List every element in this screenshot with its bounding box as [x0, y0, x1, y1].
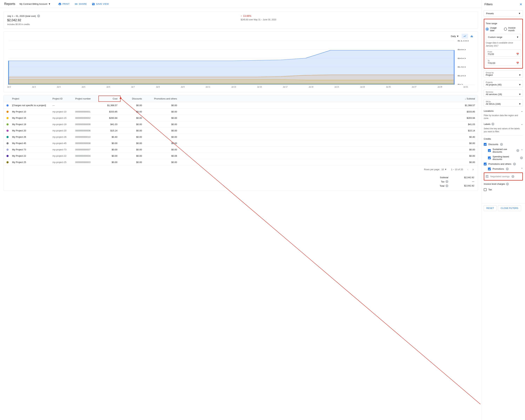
- svg-text:$100: $100: [457, 40, 469, 42]
- caret-down-icon: ▼: [519, 74, 521, 76]
- promotions-checkbox[interactable]: Promotions?⌃: [488, 167, 523, 171]
- line-chart-toggle[interactable]: [462, 34, 468, 39]
- tax-checkbox[interactable]: Tax: [484, 187, 523, 192]
- locations-expand[interactable]: Locations ⌄: [484, 109, 523, 113]
- bar-chart-toggle[interactable]: [469, 34, 475, 39]
- help-icon[interactable]: ?: [512, 175, 514, 178]
- help-icon[interactable]: ?: [37, 15, 40, 17]
- page-title: Reports: [4, 2, 15, 6]
- line-chart-icon: [463, 35, 466, 38]
- spending-based-checkbox[interactable]: Spending based discounts?: [488, 154, 523, 162]
- table-row[interactable]: My Project 15 my-project-15 000000000002…: [4, 115, 478, 121]
- summary-range: July 1 – 31, 2020 (total cost): [7, 15, 36, 17]
- save-view-button[interactable]: SAVE VIEW: [92, 2, 109, 6]
- to-date-field[interactable]: To 7/31/20📅: [486, 58, 521, 65]
- topbar: Reports My Contract Billing Account ▼ PR…: [0, 0, 481, 8]
- color-dot: [7, 161, 9, 163]
- color-dot: [7, 155, 9, 157]
- bar-chart-icon: [470, 35, 473, 38]
- invoice-month-radio[interactable]: Invoice month: [504, 27, 521, 32]
- account-dropdown[interactable]: My Contract Billing Account ▼: [19, 3, 51, 5]
- projects-select[interactable]: Projects All projects (40)▼: [484, 80, 523, 87]
- color-dot: [7, 117, 9, 119]
- granularity-dropdown[interactable]: Daily ▼: [451, 35, 459, 37]
- table-row[interactable]: My Project 73 my-project-73 000000000007…: [4, 147, 478, 153]
- credits-title: Credits: [484, 138, 523, 140]
- col-cost[interactable]: Cost: [100, 97, 121, 100]
- table-row[interactable]: My Project 10 my-project-10 000000000001…: [4, 109, 478, 115]
- services-select[interactable]: Services All services (16)▼: [484, 90, 523, 97]
- table-row[interactable]: [Charges not specific to a project] — $1…: [4, 102, 478, 109]
- next-page-button[interactable]: ›: [473, 168, 474, 171]
- col-subtotal[interactable]: ↓ Subtotal: [177, 97, 475, 100]
- chart-area: $0$20$40$60$80$100: [7, 39, 475, 85]
- labels-expand[interactable]: Labels? ⌄: [484, 122, 523, 126]
- color-dot: [7, 149, 9, 151]
- col-discounts[interactable]: Discounts: [121, 97, 142, 100]
- arrow-up-icon: ↑: [241, 15, 242, 17]
- share-button[interactable]: SHARE: [75, 2, 87, 6]
- trend-row: ↑ 13.66%: [241, 15, 474, 17]
- close-filters-icon[interactable]: ✕: [520, 2, 522, 6]
- page-range: 1 – 10 of 20: [451, 168, 463, 171]
- table-row[interactable]: My Project 45 my-project-45 000000000008…: [4, 140, 478, 147]
- table-row[interactable]: My Project 22 my-project-22 000000000004…: [4, 153, 478, 159]
- rows-per-page-label: Rows per page:: [424, 168, 440, 171]
- reset-button[interactable]: RESET: [484, 205, 497, 211]
- svg-text:$0: $0: [457, 84, 463, 85]
- help-icon[interactable]: ?: [506, 168, 509, 170]
- negotiated-savings-highlight: Negotiated savings?: [484, 172, 523, 180]
- usage-note: Usage data is available since January 20…: [486, 41, 521, 47]
- usage-date-radio[interactable]: Usage date: [486, 27, 500, 32]
- help-icon[interactable]: ?: [446, 184, 448, 187]
- help-icon[interactable]: ?: [520, 157, 523, 159]
- table-row[interactable]: My Project 26 my-project-26 000000000010…: [4, 134, 478, 140]
- chevron-up-icon[interactable]: ⌃: [521, 168, 523, 170]
- from-date-field[interactable]: From 7/1/20📅: [486, 49, 521, 57]
- col-project[interactable]: Project: [12, 97, 52, 100]
- invoice-level-charges-title: Invoice level charges?: [484, 183, 523, 186]
- color-dot: [7, 123, 9, 125]
- print-button[interactable]: PRINT: [58, 2, 70, 6]
- calendar-icon: 📅: [516, 53, 519, 56]
- sustained-use-checkbox[interactable]: Sustained use discounts?⌃: [488, 147, 523, 154]
- color-dot: [7, 111, 9, 113]
- rows-per-page-select[interactable]: 10 ▼: [441, 168, 447, 171]
- col-promotions[interactable]: Promotions and others: [142, 97, 177, 100]
- col-project-id[interactable]: Project ID: [52, 97, 75, 100]
- svg-text:$40: $40: [457, 66, 466, 68]
- table-row[interactable]: My Project 19 my-project-19 000000000009…: [4, 121, 478, 128]
- color-dot: [7, 104, 9, 106]
- totals-block: Subtotal$2,042.92 Tax?— Total?$2,042.92: [4, 173, 478, 191]
- presets-select[interactable]: Presets▼: [484, 10, 523, 17]
- svg-text:$60: $60: [457, 57, 466, 59]
- color-dot: [7, 136, 9, 138]
- skus-select[interactable]: SKUs All SKUs (194)▼: [484, 99, 523, 106]
- help-icon[interactable]: ?: [513, 163, 516, 165]
- discounts-checkbox[interactable]: Discounts?: [484, 142, 523, 147]
- svg-rect-1: [472, 36, 472, 37]
- help-icon[interactable]: ?: [506, 183, 509, 186]
- group-by-select[interactable]: Group by Project▼: [484, 70, 523, 77]
- help-icon[interactable]: ?: [516, 149, 519, 152]
- help-icon[interactable]: ?: [500, 143, 503, 146]
- sort-desc-icon: ↓: [465, 97, 466, 100]
- color-dot: [7, 130, 9, 132]
- prev-page-button[interactable]: ‹: [467, 168, 468, 171]
- col-project-number[interactable]: Project number: [75, 97, 100, 100]
- table-row[interactable]: My Project 20 my-project-20 000000000006…: [4, 128, 478, 134]
- promotions-others-checkbox[interactable]: Promotions and others?: [484, 162, 523, 167]
- calendar-icon: 📅: [516, 62, 519, 64]
- help-icon[interactable]: ?: [491, 123, 494, 125]
- time-range-highlight: Time range Usage date Invoice month Cust…: [484, 19, 523, 69]
- chevron-up-icon[interactable]: ⌃: [521, 149, 523, 152]
- table-pager: Rows per page: 10 ▼ 1 – 10 of 20 ‹ ›: [4, 165, 478, 173]
- svg-rect-2: [472, 36, 473, 37]
- color-dot: [7, 142, 9, 144]
- filters-title: Filters: [485, 3, 493, 6]
- caret-down-icon: ▼: [516, 36, 519, 38]
- help-icon[interactable]: ?: [446, 180, 448, 183]
- range-preset-select[interactable]: Custom range▼: [486, 34, 521, 40]
- close-filters-button[interactable]: CLOSE FILTERS: [498, 205, 521, 211]
- table-row[interactable]: My Project 25 my-project-25 000000000003…: [4, 159, 478, 165]
